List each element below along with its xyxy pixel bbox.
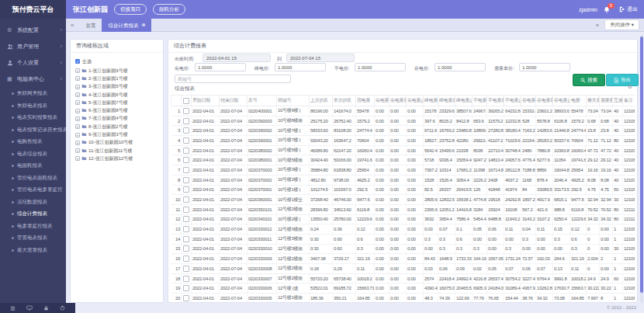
column-header[interactable]: 峰电量止 (455, 96, 473, 106)
row-checkbox[interactable] (183, 177, 189, 183)
column-header[interactable]: 谷电量止 (553, 96, 570, 106)
price-input-2[interactable]: 1.0000 (275, 63, 326, 71)
tree-expander-icon[interactable]: + (75, 92, 80, 97)
column-header[interactable]: 平电量止 (504, 96, 521, 106)
tree-expander-icon[interactable]: + (75, 68, 80, 73)
column-header[interactable]: 平电量 (473, 96, 487, 106)
tree-expander-icon[interactable]: + (75, 85, 80, 89)
tree-expander-icon[interactable]: + (75, 156, 80, 161)
notifications-bell-icon[interactable]: 5 (604, 6, 610, 13)
tree-item[interactable]: +8-张江创新园2号楼 (75, 123, 160, 130)
column-header[interactable]: 互感器倍率 (613, 96, 623, 106)
tree-item[interactable]: +12-张江创新园12号楼 (75, 155, 160, 162)
row-checkbox[interactable] (183, 216, 189, 222)
sidebar-subitem[interactable]: 电表实时报警报表 (0, 112, 66, 124)
column-header[interactable]: 谷电量 (521, 96, 536, 106)
row-checkbox[interactable] (183, 245, 189, 252)
tabs-scroll-right-icon[interactable]: » (595, 22, 598, 29)
row-checkbox[interactable] (183, 207, 189, 213)
price-input-4[interactable]: 1.0000 (435, 63, 486, 71)
date-to-field[interactable]: 2022-07-04 15 (286, 54, 355, 62)
price-input-5[interactable]: 1.0000 (519, 63, 570, 71)
sidebar-item-3[interactable]: 个人设置‹ (0, 54, 66, 71)
column-header[interactable]: 尖电量止 (407, 96, 424, 106)
tree-expander-icon[interactable]: + (75, 133, 80, 137)
tree-item[interactable]: +3-张江创新园5号楼 (75, 83, 160, 91)
search-button[interactable]: 搜索 (573, 74, 605, 86)
energy-analysis-button[interactable]: 能耗分析 (153, 4, 185, 15)
monitor-icon[interactable] (26, 305, 33, 311)
row-checkbox[interactable] (183, 118, 189, 124)
row-checkbox[interactable] (183, 276, 189, 282)
sidebar-item-2[interactable]: 用户管理‹ (0, 38, 66, 54)
column-header[interactable]: 峰电量底 (438, 96, 455, 106)
sidebar-subitem[interactable]: 空置电表报表 (0, 232, 66, 245)
column-header[interactable]: 上次抄表 (310, 96, 333, 106)
tab-billing-report[interactable]: 综合计费报表 ⊗ (102, 19, 151, 32)
column-header[interactable]: 峰电量 (424, 96, 438, 106)
select-all-rows-checkbox[interactable] (183, 98, 189, 104)
column-settings-gear-icon[interactable]: ⚙ (628, 84, 632, 90)
column-header[interactable]: 最大需量 (587, 96, 600, 106)
row-checkbox[interactable] (183, 108, 189, 114)
column-header[interactable]: 需量费用 (600, 96, 613, 106)
tree-item[interactable]: +5-张江创新园7号楼 (75, 99, 160, 106)
column-header[interactable]: 本次抄表 (333, 96, 356, 106)
sidebar-subitem[interactable]: 失联电表报表 (0, 100, 66, 113)
column-header[interactable]: 平电量底 (487, 96, 504, 106)
row-checkbox[interactable] (183, 196, 189, 203)
column-header[interactable]: 谷电量底 (536, 96, 553, 106)
sidebar-item-4[interactable]: ▦电能表中心‹ (0, 71, 66, 87)
tab-close-icon[interactable]: ⊗ (141, 19, 145, 32)
date-from-field[interactable]: 2022-04-01 15 (203, 54, 271, 62)
tree-expander-icon[interactable]: + (75, 148, 80, 153)
sidebar-subitem[interactable]: 电能耗报表 (0, 160, 66, 172)
select-all-row[interactable]: ✓ 全选 (75, 57, 160, 65)
sidebar-subitem[interactable]: 最大需量报表 (0, 245, 66, 257)
column-header[interactable]: 尖电量底 (390, 96, 407, 106)
tree-expander-icon[interactable]: + (75, 141, 80, 145)
close-operations-dropdown[interactable]: 关闭操作 ▾ (604, 19, 639, 30)
username[interactable]: zjadmin (579, 7, 597, 12)
column-header[interactable]: 尖电量 (375, 96, 390, 106)
row-checkbox[interactable] (183, 266, 189, 272)
switch-project-button[interactable]: 切换项目 (114, 4, 147, 15)
tabs-scroll-left-icon[interactable]: « (71, 22, 74, 29)
row-checkbox[interactable] (183, 295, 189, 301)
sidebar-subitem[interactable]: 电表综合报表 (0, 148, 66, 161)
page-scrollbar-thumb[interactable] (640, 37, 643, 293)
power-icon[interactable] (60, 305, 65, 311)
sidebar-subitem[interactable]: 管控电表能耗报表 (0, 172, 66, 185)
price-input-1[interactable]: 1.0000 (195, 63, 246, 71)
price-input-3[interactable]: 1.0000 (355, 63, 406, 71)
row-checkbox[interactable] (183, 148, 189, 154)
sidebar-subitem[interactable]: 电参量监控报表 (0, 221, 66, 233)
tree-expander-icon[interactable]: + (75, 76, 80, 81)
column-header[interactable]: 商铺号 (277, 96, 310, 106)
lock-icon[interactable] (43, 305, 49, 311)
row-checkbox[interactable] (183, 167, 189, 173)
row-checkbox[interactable] (183, 236, 189, 242)
column-header[interactable]: 电费 (570, 96, 587, 106)
tree-expander-icon[interactable]: + (75, 109, 80, 113)
tree-item[interactable]: +10-张江创新园10号楼 (75, 139, 160, 147)
tree-item[interactable]: +4-张江创新园6号楼 (75, 91, 160, 99)
tree-item[interactable]: +1-张江创新园9号楼 (75, 67, 160, 75)
row-checkbox[interactable] (183, 127, 189, 134)
sidebar-subitem[interactable]: 电购售报表 (0, 136, 66, 148)
row-checkbox[interactable] (183, 256, 189, 262)
row-checkbox[interactable] (183, 137, 189, 144)
row-checkbox[interactable] (183, 157, 189, 163)
sidebar-subitem[interactable]: 电表报警记录历史报表 (0, 124, 66, 137)
select-all-checkbox[interactable]: ✓ (75, 59, 80, 64)
column-header[interactable]: 开始日期 (192, 96, 220, 106)
column-header[interactable]: 表号 (248, 96, 277, 106)
tree-expander-icon[interactable]: + (75, 100, 80, 105)
row-checkbox[interactable] (183, 285, 189, 291)
sidebar-subitem[interactable]: 失联网关报表 (0, 88, 66, 100)
sidebar-subitem[interactable]: 冻结数据报表 (0, 196, 66, 209)
shop-number-input[interactable]: 商铺号 (175, 75, 291, 83)
tree-expander-icon[interactable]: + (75, 124, 80, 129)
export-button[interactable]: 导出 (606, 74, 639, 86)
column-header[interactable]: 用电量 (356, 96, 375, 106)
